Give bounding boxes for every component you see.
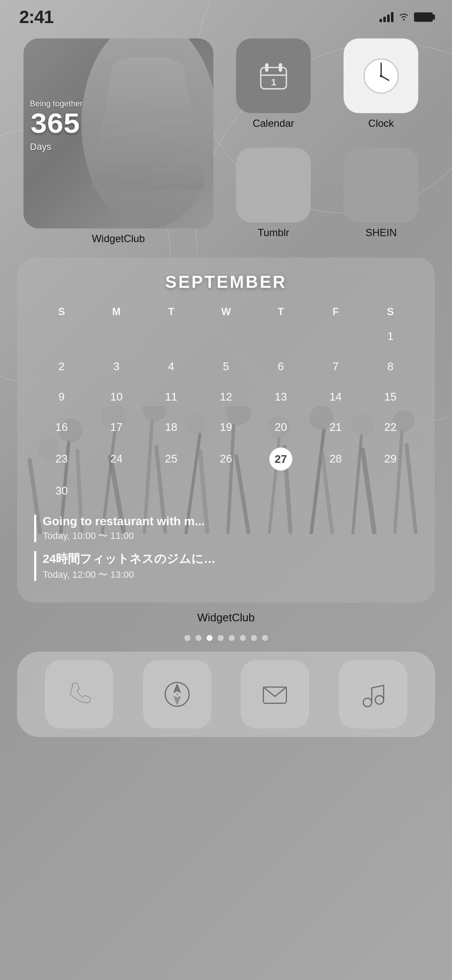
status-icons [379, 11, 433, 23]
cal-day-19: 19 [198, 412, 253, 442]
cal-day-6: 6 [254, 351, 308, 382]
cal-header-t1: T [144, 302, 198, 321]
status-time: 2:41 [19, 7, 53, 27]
widget-number: 365 [30, 108, 83, 141]
event-time-2: Today, 12:00 〜 13:00 [43, 568, 216, 581]
page-dot-2[interactable] [195, 635, 201, 641]
clock-app[interactable]: Clock [334, 38, 429, 135]
calendar-widget[interactable]: SEPTEMBER S M T W T F S 1 2 3 4 5 6 7 8 … [17, 257, 435, 603]
cal-day-14: 14 [308, 382, 363, 412]
svg-point-15 [375, 696, 384, 704]
cal-header-s1: S [34, 302, 89, 321]
cal-day-2: 2 [34, 351, 89, 382]
svg-rect-1 [265, 63, 268, 72]
cal-day-30: 30 [34, 476, 89, 506]
cal-day-16: 16 [34, 412, 89, 442]
widgetclub-widget-label: WidgetClub [0, 611, 452, 624]
status-bar: 2:41 [0, 0, 452, 30]
page-dot-6[interactable] [240, 635, 246, 641]
events-section: Going to restaurant with m... Today, 10:… [34, 515, 418, 581]
cal-day-4: 4 [144, 351, 198, 382]
cal-day-29: 29 [363, 442, 418, 476]
cal-day-25: 25 [144, 442, 198, 476]
event-bar-1 [34, 515, 36, 542]
cal-header-m: M [89, 302, 143, 321]
page-dot-8[interactable] [262, 635, 268, 641]
dock-mail[interactable] [241, 660, 309, 728]
cal-day-23: 23 [34, 442, 89, 476]
cal-day [144, 321, 198, 351]
shein-icon[interactable] [344, 148, 418, 222]
dock-safari[interactable] [143, 660, 211, 728]
widget-text: Being together 365 Days [30, 99, 83, 152]
cal-day-empty6 [363, 476, 418, 506]
svg-line-18 [372, 685, 384, 688]
cal-day-27-today: 27 [254, 442, 308, 476]
shein-label: SHEIN [365, 227, 397, 239]
cal-day-empty4 [254, 476, 308, 506]
cal-header-w: W [198, 302, 253, 321]
calendar-grid: S M T W T F S 1 2 3 4 5 6 7 8 9 10 11 12… [34, 302, 418, 506]
cal-day-18: 18 [144, 412, 198, 442]
event-time-1: Today, 10:00 〜 11:00 [43, 529, 205, 542]
event-details-1: Going to restaurant with m... Today, 10:… [43, 515, 205, 542]
calendar-icon[interactable]: 1 [236, 38, 311, 113]
page-dot-5[interactable] [229, 635, 235, 641]
cal-header-t2: T [254, 302, 308, 321]
widgetclub-icon[interactable]: Being together 365 Days [23, 38, 213, 228]
svg-rect-2 [279, 63, 282, 72]
cal-day-15: 15 [363, 382, 418, 412]
cal-day [254, 321, 308, 351]
cal-day [34, 321, 89, 351]
dock-phone[interactable] [45, 660, 113, 728]
cal-day-22: 22 [363, 412, 418, 442]
event-item-1[interactable]: Going to restaurant with m... Today, 10:… [34, 515, 418, 542]
tumblr-app[interactable]: Tumblr [226, 148, 321, 244]
cal-day-11: 11 [144, 382, 198, 412]
clock-label: Clock [368, 117, 394, 129]
cal-day-13: 13 [254, 382, 308, 412]
shein-app[interactable]: SHEIN [334, 148, 429, 244]
svg-point-14 [363, 698, 372, 707]
cal-day [89, 321, 143, 351]
cal-day-24: 24 [89, 442, 143, 476]
svg-marker-10 [174, 685, 180, 692]
cal-day-9: 9 [34, 382, 89, 412]
cal-day-empty5 [308, 476, 363, 506]
cal-day [198, 321, 253, 351]
wifi-icon [398, 11, 410, 23]
tumblr-icon[interactable] [236, 148, 311, 222]
app-grid: Being together 365 Days WidgetClub 1 Cal… [0, 30, 452, 253]
cal-day-7: 7 [308, 351, 363, 382]
calendar-app[interactable]: 1 Calendar [226, 38, 321, 135]
cal-day-10: 10 [89, 382, 143, 412]
page-dot-1[interactable] [184, 635, 190, 641]
svg-marker-11 [174, 696, 180, 704]
page-dot-4[interactable] [218, 635, 224, 641]
event-item-2[interactable]: 24時間フィットネスのジムに… Today, 12:00 〜 13:00 [34, 551, 418, 581]
event-details-2: 24時間フィットネスのジムに… Today, 12:00 〜 13:00 [43, 551, 216, 581]
cal-header-f: F [308, 302, 363, 321]
widget-being-together-text: Being together [30, 99, 83, 108]
cal-day-12: 12 [198, 382, 253, 412]
widgetclub-app[interactable]: Being together 365 Days WidgetClub [23, 38, 213, 245]
widgetclub-label: WidgetClub [23, 233, 213, 245]
calendar-month: SEPTEMBER [34, 272, 418, 292]
dock [17, 652, 435, 737]
tumblr-label: Tumblr [258, 227, 289, 239]
cal-day-8: 8 [363, 351, 418, 382]
cal-day-empty1 [89, 476, 143, 506]
page-dot-3-active[interactable] [207, 635, 213, 641]
page-dot-7[interactable] [251, 635, 257, 641]
signal-icon [379, 12, 394, 22]
calendar-label: Calendar [253, 117, 294, 129]
clock-icon[interactable] [344, 38, 418, 113]
dock-music[interactable] [339, 660, 407, 728]
cal-day-17: 17 [89, 412, 143, 442]
cal-day-3: 3 [89, 351, 143, 382]
cal-day-empty2 [144, 476, 198, 506]
cal-day-21: 21 [308, 412, 363, 442]
widget-days-text: Days [30, 141, 83, 152]
cal-day [308, 321, 363, 351]
cal-day-20: 20 [254, 412, 308, 442]
